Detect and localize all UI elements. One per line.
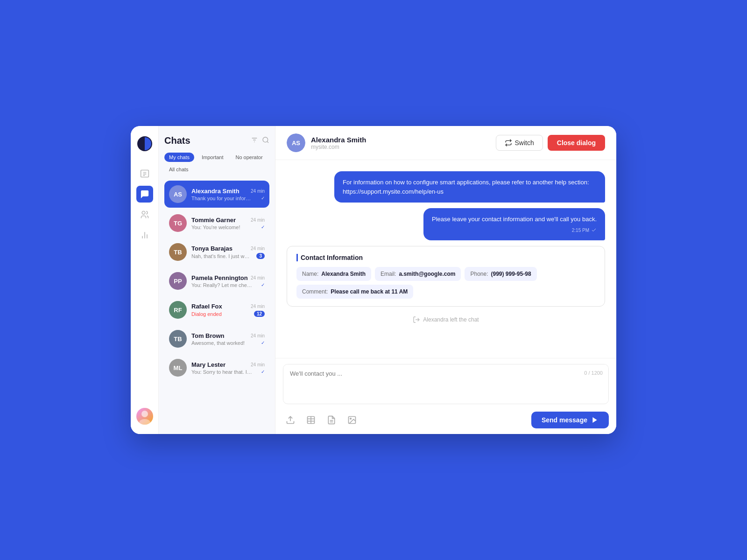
comment-label: Comment: [302,288,328,295]
main-chat: AS Alexandra Smith mysite.com Switch Clo… [275,126,616,434]
chat-info: Mary Lester 24 min You: Sorry to hear th… [191,361,265,375]
chat-header: AS Alexandra Smith mysite.com Switch Clo… [275,126,616,160]
image-button[interactable] [345,413,359,427]
search-icon[interactable] [262,136,269,146]
chat-info: Tommie Garner 24 min You: You're welcome… [191,217,265,230]
read-check-icon: ✓ [261,282,265,287]
phone-label: Phone: [470,271,488,277]
messages-area: For information on how to configure smar… [275,160,616,358]
svg-point-14 [263,137,268,142]
filter-icon[interactable] [251,136,258,146]
char-count: 0 / 1200 [584,370,603,376]
exit-icon [413,316,420,323]
phone-value: (999) 999-95-98 [491,271,531,277]
message-input-wrapper: 0 / 1200 [283,364,609,404]
read-check-icon: ✓ [261,369,265,374]
sidebar-item-contacts[interactable] [136,165,153,182]
list-item[interactable]: AS Alexandra Smith 24 min Thank you for … [164,181,269,208]
sidebar-item-team[interactable] [136,206,153,223]
chat-time: 24 min [251,217,265,223]
phone-field: Phone: (999) 999-95-98 [465,267,536,281]
contact-info-card: Contact Information Name: Alexandra Smit… [287,246,605,307]
send-button-label: Send message [542,416,587,424]
svg-line-15 [267,141,268,143]
close-dialog-button[interactable]: Close dialog [548,135,605,151]
chat-name: Tom Brown [191,332,225,339]
avatar: TB [169,243,187,261]
unread-badge: 12 [254,311,265,317]
svg-marker-26 [592,417,597,423]
sidebar-item-analytics[interactable] [136,227,153,244]
send-button[interactable]: Send message [531,412,609,428]
avatar: AS [169,185,187,203]
chat-name: Tommie Garner [191,217,236,224]
document-button[interactable] [324,413,339,427]
avatar: RF [169,301,187,319]
contact-info-title: Contact Information [296,254,595,261]
read-check-icon: ✓ [261,224,265,230]
switch-label: Switch [515,139,534,147]
svg-point-25 [350,418,352,420]
chat-time: 24 min [251,189,265,194]
email-label: Email: [381,271,396,277]
read-check-icon: ✓ [261,196,265,201]
chat-time: 24 min [251,333,265,338]
list-item[interactable]: TB Tonya Barajas 24 min Nah, that's fine… [164,238,269,266]
send-icon [591,416,599,424]
list-item[interactable]: TG Tommie Garner 24 min You: You're welc… [164,210,269,237]
svg-point-5 [142,211,145,215]
input-area: 0 / 1200 [275,358,616,434]
filter-tabs: My chats Important No operator All chats [164,153,269,174]
chat-time: 24 min [251,246,265,251]
chat-info: Rafael Fox 24 min Dialog ended 12 [191,303,265,317]
chat-preview: You: Really? Let me check it [191,282,252,288]
read-check-icon: ✓ [261,340,265,345]
message-bubble: For information on how to configure smar… [334,171,605,203]
tab-all-chats[interactable]: All chats [164,165,193,174]
chat-time: 24 min [251,362,265,367]
avatar: TG [169,214,187,232]
input-toolbar: Send message [275,408,616,434]
chat-time: 24 min [251,275,265,280]
tab-important[interactable]: Important [197,153,228,162]
tab-no-operator[interactable]: No operator [231,153,267,162]
list-item[interactable]: RF Rafael Fox 24 min Dialog ended 12 [164,296,269,323]
email-field: Email: a.smith@google.com [375,267,461,281]
chat-name: Mary Lester [191,361,226,368]
message-timestamp: 2:15 PM [572,227,589,234]
header-actions: Switch Close dialog [496,135,605,151]
avatar: TB [169,330,187,348]
chat-preview: You: Sorry to hear that. I'm here ... [191,369,252,375]
sidebar-item-chats[interactable] [136,186,153,203]
sidebar [131,126,159,434]
header-icons [251,136,269,146]
list-item[interactable]: ML Mary Lester 24 min You: Sorry to hear… [164,354,269,381]
name-value: Alexandra Smith [321,271,366,277]
avatar: ML [169,359,187,377]
table-button[interactable] [303,413,318,427]
tab-my-chats[interactable]: My chats [164,153,194,162]
message-text: Please leave your contact information an… [432,216,597,223]
attach-button[interactable] [283,413,298,427]
chat-list-header: Chats [164,135,269,146]
message-text: For information on how to configure smar… [343,179,589,195]
contact-fields: Name: Alexandra Smith Email: a.smith@goo… [296,267,595,299]
avatar: PP [169,272,187,290]
user-avatar[interactable] [136,408,153,425]
chat-preview: You: You're welcome! [191,224,240,230]
chat-name: Rafael Fox [191,303,222,310]
message-input[interactable] [283,364,608,402]
chat-preview: Awesome, that worked! [191,340,245,346]
list-item[interactable]: TB Tom Brown 24 min Awesome, that worked… [164,325,269,352]
switch-button[interactable]: Switch [496,135,543,151]
chat-preview: Nah, that's fine. I just wanted to ... [191,253,252,259]
list-item[interactable]: PP Pamela Pennington 24 min You: Really?… [164,267,269,294]
comment-value: Please call me back at 11 AM [331,288,408,295]
system-message-text: Alexandra left the chat [423,316,479,323]
chat-time: 24 min [251,304,265,309]
active-chat-info: Alexandra Smith mysite.com [311,136,490,150]
chat-preview: Dialog ended [191,311,222,317]
name-label: Name: [302,271,318,277]
chat-info: Tonya Barajas 24 min Nah, that's fine. I… [191,245,265,259]
active-chat-avatar: AS [287,133,305,152]
